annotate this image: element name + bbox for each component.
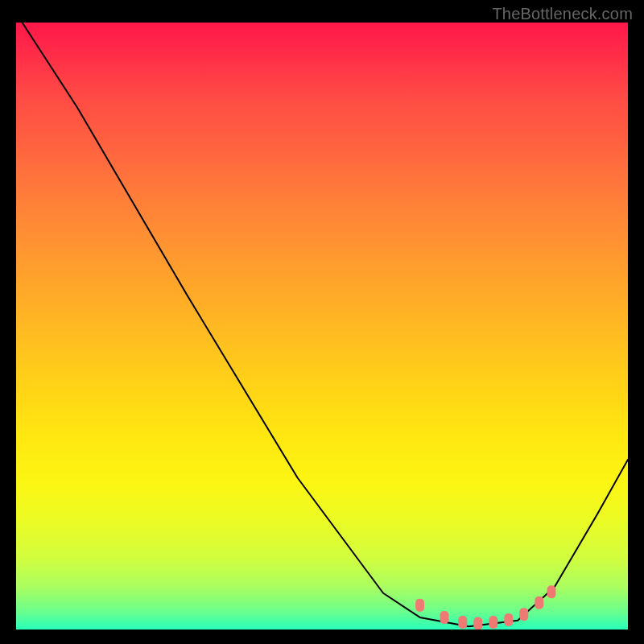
curve-markers xyxy=(415,585,555,630)
curve-marker xyxy=(473,617,482,630)
curve-marker xyxy=(535,597,543,609)
curve-marker xyxy=(458,616,467,629)
curve-marker xyxy=(547,585,556,598)
curve-marker xyxy=(519,608,528,621)
curve-marker xyxy=(489,616,497,629)
curve-marker xyxy=(504,613,513,626)
plot-area xyxy=(16,23,628,630)
curve-overlay xyxy=(16,23,628,630)
watermark-text: TheBottleneck.com xyxy=(492,5,633,23)
chart-container: TheBottleneck.com xyxy=(0,0,644,644)
curve-marker xyxy=(440,611,449,624)
curve-marker xyxy=(415,599,424,612)
bottleneck-curve xyxy=(23,23,628,626)
